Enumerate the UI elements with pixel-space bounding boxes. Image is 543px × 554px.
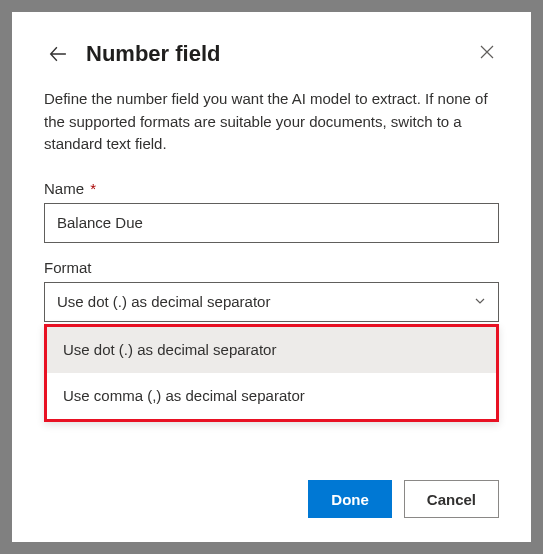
close-icon[interactable] [475,40,499,64]
done-button[interactable]: Done [308,480,392,518]
format-selected-value: Use dot (.) as decimal separator [57,293,270,310]
format-label: Format [44,259,499,276]
format-option-comma[interactable]: Use comma (,) as decimal separator [47,373,496,419]
name-label: Name * [44,180,499,197]
name-field-group: Name * [44,180,499,243]
name-label-text: Name [44,180,84,197]
chevron-down-icon [474,293,486,310]
format-select-wrapper: Use dot (.) as decimal separator Use dot… [44,282,499,322]
format-dropdown: Use dot (.) as decimal separator Use com… [44,324,499,422]
back-arrow-icon[interactable] [44,40,72,68]
number-field-dialog: Number field Define the number field you… [12,12,531,542]
cancel-button[interactable]: Cancel [404,480,499,518]
dialog-footer: Done Cancel [44,480,499,518]
required-marker: * [90,180,96,197]
format-field-group: Format Use dot (.) as decimal separator … [44,259,499,322]
format-select[interactable]: Use dot (.) as decimal separator [44,282,499,322]
dialog-header: Number field [44,40,499,68]
format-option-dot[interactable]: Use dot (.) as decimal separator [47,327,496,373]
dialog-title: Number field [86,41,220,67]
name-input[interactable] [44,203,499,243]
dialog-description: Define the number field you want the AI … [44,88,499,156]
